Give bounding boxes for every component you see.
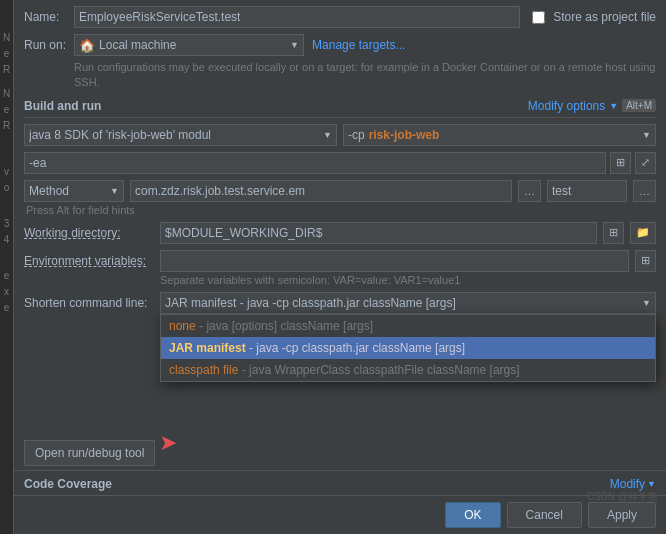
modify-code-coverage-link[interactable]: Modify: [610, 477, 645, 491]
sidebar-label-exe: e: [4, 268, 10, 284]
dropdown-arrow-modify: ▼: [609, 101, 618, 111]
run-on-value: Local machine: [99, 38, 176, 52]
sidebar-label-e3: e: [4, 300, 10, 316]
alt-hint: Press Alt for field hints: [26, 204, 656, 216]
ea-input[interactable]: [24, 152, 606, 174]
manage-targets-link[interactable]: Manage targets...: [312, 38, 405, 52]
sidebar-label-e1: e: [4, 46, 10, 62]
run-on-hint: Run configurations may be executed local…: [74, 60, 656, 91]
ea-expand-btn[interactable]: ⊞: [610, 152, 631, 174]
option-none-main: none: [169, 319, 196, 333]
sdk-select[interactable]: java 8 SDK of 'risk-job-web' modul ▼: [24, 124, 337, 146]
ok-button[interactable]: OK: [445, 502, 500, 528]
shorten-dropdown-list: none - java [options] className [args] J…: [160, 314, 656, 382]
sidebar-label-o: o: [4, 180, 10, 196]
cancel-button[interactable]: Cancel: [507, 502, 582, 528]
sidebar-label-n1: N: [3, 30, 10, 46]
modify-code-coverage-arrow: ▼: [647, 479, 656, 489]
option-classpath-file[interactable]: classpath file - java WrapperClass class…: [161, 359, 655, 381]
option-jar-main: JAR manifest: [169, 341, 246, 355]
run-on-label: Run on:: [24, 38, 66, 52]
option-none[interactable]: none - java [options] className [args]: [161, 315, 655, 337]
class-input[interactable]: [130, 180, 512, 202]
shorten-selected-value: JAR manifest - java -cp classpath.jar cl…: [165, 296, 456, 310]
code-coverage-title: Code Coverage: [24, 477, 112, 491]
working-dir-input[interactable]: [160, 222, 597, 244]
shortcut-badge: Alt+M: [622, 99, 656, 112]
test-input[interactable]: [547, 180, 627, 202]
working-dir-browse-btn[interactable]: 📁: [630, 222, 656, 244]
env-vars-label: Environment variables:: [24, 254, 154, 268]
option-jar-desc: - java -cp classpath.jar className [args…: [249, 341, 465, 355]
option-classpath-desc: - java WrapperClass classpathFile classN…: [242, 363, 520, 377]
sidebar-label-n2: N: [3, 86, 10, 102]
sidebar-label-4: 4: [4, 232, 10, 248]
env-vars-input[interactable]: [160, 250, 629, 272]
ea-fullscreen-btn[interactable]: ⤢: [635, 152, 656, 174]
test-browse-btn[interactable]: …: [633, 180, 656, 202]
class-browse-btn[interactable]: …: [518, 180, 541, 202]
method-value: Method: [29, 184, 69, 198]
cp-arrow: ▼: [642, 130, 651, 140]
option-classpath-main: classpath file: [169, 363, 238, 377]
cp-value: risk-job-web: [369, 128, 440, 142]
sidebar-label-x: x: [4, 284, 9, 300]
method-arrow: ▼: [110, 186, 119, 196]
sidebar-label-343: 3: [4, 216, 10, 232]
sdk-arrow: ▼: [323, 130, 332, 140]
apply-button[interactable]: Apply: [588, 502, 656, 528]
env-hint: Separate variables with semicolon: VAR=v…: [160, 274, 656, 286]
cp-label: -cp: [348, 128, 365, 142]
sidebar-label-e2: e: [4, 102, 10, 118]
watermark: CSDN @科学熊: [587, 490, 658, 504]
working-dir-expand-btn[interactable]: ⊞: [603, 222, 624, 244]
shorten-dropdown-container: JAR manifest - java -cp classpath.jar cl…: [160, 292, 656, 314]
sidebar-label-n3: v: [4, 164, 9, 180]
home-icon: 🏠: [79, 38, 95, 53]
name-label: Name:: [24, 10, 66, 24]
modify-options-link[interactable]: Modify options: [528, 99, 605, 113]
env-vars-btn[interactable]: ⊞: [635, 250, 656, 272]
shorten-arrow: ▼: [642, 298, 651, 308]
sidebar-label-r2: R: [3, 118, 10, 134]
shorten-select[interactable]: JAR manifest - java -cp classpath.jar cl…: [160, 292, 656, 314]
open-debug-btn[interactable]: Open run/debug tool: [24, 440, 155, 466]
run-on-select[interactable]: 🏠 Local machine ▼: [74, 34, 304, 56]
cp-select[interactable]: -cp risk-job-web ▼: [343, 124, 656, 146]
working-dir-label: Working directory:: [24, 226, 154, 240]
store-project-checkbox[interactable]: [532, 11, 545, 24]
option-none-desc: - java [options] className [args]: [199, 319, 373, 333]
build-run-title: Build and run: [24, 99, 101, 113]
run-on-arrow: ▼: [290, 40, 299, 50]
option-jar-manifest[interactable]: JAR manifest - java -cp classpath.jar cl…: [161, 337, 655, 359]
sidebar-label-r1: R: [3, 62, 10, 78]
sdk-label: java 8 SDK of 'risk-job-web' modul: [29, 128, 211, 142]
store-project-label: Store as project file: [553, 10, 656, 24]
shorten-label: Shorten command line:: [24, 296, 154, 310]
method-select[interactable]: Method ▼: [24, 180, 124, 202]
name-input[interactable]: [74, 6, 520, 28]
